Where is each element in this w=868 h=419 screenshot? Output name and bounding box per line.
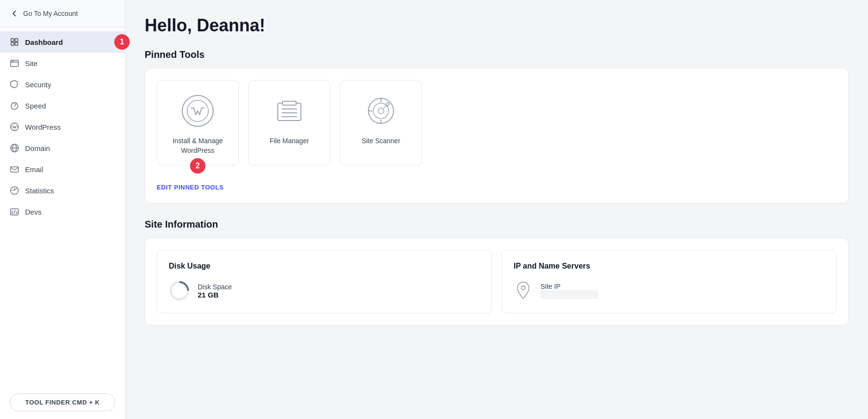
sidebar-item-statistics[interactable]: Statistics bbox=[0, 180, 125, 201]
sidebar-nav: Dashboard 1 Site Security bbox=[0, 27, 125, 386]
site-scanner-tool-icon bbox=[364, 94, 398, 128]
back-arrow-icon bbox=[10, 9, 19, 18]
email-label: Email bbox=[25, 165, 43, 174]
svg-point-25 bbox=[378, 108, 384, 114]
location-pin-icon bbox=[514, 280, 533, 301]
sidebar-item-email[interactable]: Email bbox=[0, 159, 125, 180]
pinned-tools-card: Install & Manage WordPress 2 File Manage… bbox=[145, 68, 849, 203]
ip-name-servers-card: IP and Name Servers Site IP bbox=[502, 250, 837, 313]
site-scanner-tool-label: Site Scanner bbox=[362, 136, 400, 146]
email-icon bbox=[10, 164, 19, 174]
wordpress-tool-label: Install & Manage WordPress bbox=[165, 136, 231, 155]
ip-info: Site IP bbox=[541, 283, 598, 299]
tool-card-site-scanner[interactable]: Site Scanner bbox=[340, 80, 422, 165]
dashboard-badge: 1 bbox=[114, 34, 130, 50]
disk-info: Disk Space 21 GB bbox=[198, 283, 232, 299]
ip-row: Site IP bbox=[514, 280, 825, 301]
sidebar-item-site[interactable]: Site bbox=[0, 53, 125, 74]
pinned-tools-grid: Install & Manage WordPress 2 File Manage… bbox=[157, 80, 837, 165]
ip-name-servers-title: IP and Name Servers bbox=[514, 262, 825, 270]
disk-usage-title: Disk Usage bbox=[169, 262, 480, 270]
svg-rect-13 bbox=[11, 167, 18, 172]
pinned-tools-title: Pinned Tools bbox=[145, 49, 849, 60]
tool-finder-button[interactable]: TOOL FINDER CMD + K bbox=[10, 393, 115, 411]
sidebar: Go To My Account Dashboard 1 Site bbox=[0, 0, 125, 419]
site-info-card: Disk Usage Disk Space 21 GB IP and Name … bbox=[145, 238, 849, 325]
speed-icon bbox=[10, 101, 19, 110]
svg-line-30 bbox=[384, 106, 386, 108]
site-ip-label: Site IP bbox=[541, 283, 598, 290]
page-greeting: Hello, Deanna! bbox=[145, 15, 849, 36]
domain-label: Domain bbox=[25, 144, 50, 152]
disk-space-value: 21 GB bbox=[198, 291, 232, 299]
dashboard-icon bbox=[10, 37, 19, 47]
site-ip-value bbox=[541, 290, 598, 299]
info-grid: Disk Usage Disk Space 21 GB IP and Name … bbox=[157, 250, 837, 313]
devs-label: Devs bbox=[25, 208, 41, 216]
security-label: Security bbox=[25, 81, 51, 89]
tool-card-wordpress[interactable]: Install & Manage WordPress 2 bbox=[157, 80, 239, 165]
back-label: Go To My Account bbox=[23, 10, 78, 17]
svg-rect-1 bbox=[15, 39, 18, 41]
file-manager-tool-label: File Manager bbox=[270, 136, 309, 146]
dashboard-label: Dashboard bbox=[25, 38, 63, 46]
svg-rect-0 bbox=[11, 39, 14, 41]
wordpress-tool-icon bbox=[181, 94, 215, 128]
file-manager-tool-icon bbox=[272, 94, 306, 128]
wordpress-icon bbox=[10, 122, 19, 132]
sidebar-item-speed[interactable]: Speed bbox=[0, 95, 125, 116]
svg-rect-3 bbox=[15, 42, 18, 45]
svg-point-29 bbox=[386, 103, 389, 106]
site-icon bbox=[10, 58, 19, 68]
wordpress-tool-badge: 2 bbox=[190, 158, 205, 174]
sidebar-item-devs[interactable]: Devs bbox=[0, 201, 125, 222]
sidebar-item-security[interactable]: Security bbox=[0, 74, 125, 95]
svg-rect-18 bbox=[278, 103, 301, 121]
disk-chart-icon bbox=[169, 280, 190, 301]
sidebar-item-wordpress[interactable]: WordPress bbox=[0, 116, 125, 137]
statistics-label: Statistics bbox=[25, 187, 54, 195]
back-to-account[interactable]: Go To My Account bbox=[0, 0, 125, 27]
sidebar-item-dashboard[interactable]: Dashboard 1 bbox=[0, 31, 125, 53]
wordpress-label: WordPress bbox=[25, 123, 61, 131]
domain-icon bbox=[10, 143, 19, 153]
disk-usage-card: Disk Usage Disk Space 21 GB bbox=[157, 250, 492, 313]
security-icon bbox=[10, 80, 19, 89]
main-content: Hello, Deanna! Pinned Tools Install & Ma… bbox=[125, 0, 868, 419]
tool-card-file-manager[interactable]: File Manager bbox=[248, 80, 330, 165]
devs-icon bbox=[10, 207, 19, 216]
svg-point-32 bbox=[521, 286, 525, 290]
speed-label: Speed bbox=[25, 102, 46, 110]
sidebar-item-domain[interactable]: Domain bbox=[0, 137, 125, 159]
statistics-icon bbox=[10, 186, 19, 195]
edit-pinned-tools[interactable]: EDIT PINNED TOOLS bbox=[157, 183, 837, 191]
disk-space-label: Disk Space bbox=[198, 283, 232, 291]
disk-row: Disk Space 21 GB bbox=[169, 280, 480, 301]
svg-rect-2 bbox=[11, 42, 14, 45]
site-label: Site bbox=[25, 59, 38, 68]
site-info-title: Site Information bbox=[145, 219, 849, 230]
svg-rect-22 bbox=[283, 101, 296, 105]
